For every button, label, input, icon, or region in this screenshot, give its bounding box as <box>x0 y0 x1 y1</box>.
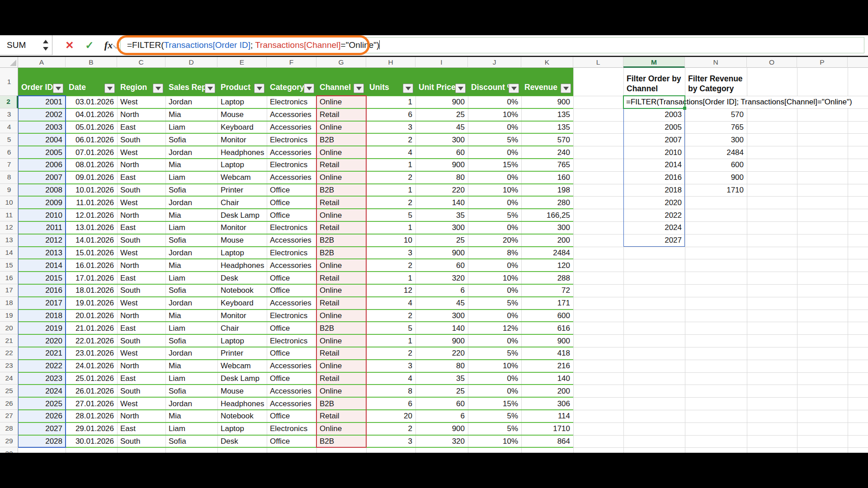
cell[interactable]: 200 <box>521 385 573 397</box>
cell[interactable]: Accessories <box>267 297 316 310</box>
cell[interactable]: 140 <box>415 196 468 209</box>
cell[interactable]: 2014 <box>18 259 66 272</box>
row-header-14[interactable]: 14 <box>0 247 18 259</box>
filter-dropdown-icon[interactable] <box>104 84 115 93</box>
spinner-up-icon[interactable] <box>43 40 48 43</box>
filter-dropdown-icon[interactable] <box>304 84 314 93</box>
cell[interactable]: 2020 <box>18 334 66 347</box>
cell[interactable]: West <box>117 397 165 410</box>
cell[interactable]: 3 <box>366 121 415 134</box>
cell[interactable]: Sofia <box>165 234 217 247</box>
table-header-cell-revenue[interactable]: Revenue <box>521 68 573 96</box>
cell[interactable]: 280 <box>521 196 573 209</box>
row-header-18[interactable]: 18 <box>0 297 18 310</box>
cell[interactable]: South <box>117 284 165 297</box>
cell[interactable]: 6 <box>366 108 415 121</box>
cell[interactable]: North <box>117 209 165 221</box>
cell[interactable]: 300 <box>415 310 468 322</box>
table-header-cell-product[interactable]: Product <box>217 68 267 96</box>
cell[interactable]: 2011 <box>18 221 66 234</box>
cell[interactable]: Laptop <box>217 334 267 347</box>
cell[interactable]: Keyboard <box>217 121 267 134</box>
cell[interactable]: 5% <box>468 209 521 221</box>
cell[interactable]: Mia <box>165 108 217 121</box>
filter-dropdown-icon[interactable] <box>354 84 364 93</box>
cell[interactable]: 10% <box>468 184 521 197</box>
cell[interactable]: South <box>117 385 165 397</box>
cell[interactable]: 0% <box>468 171 521 184</box>
cell[interactable]: North <box>117 310 165 322</box>
filter-dropdown-icon[interactable] <box>153 84 163 93</box>
cell[interactable]: Accessories <box>267 121 316 134</box>
cell[interactable]: Printer <box>217 347 267 360</box>
table-header-cell-units[interactable]: Units <box>366 68 415 96</box>
cell[interactable]: 5% <box>468 422 521 435</box>
cell[interactable]: Desk <box>217 272 267 284</box>
cell[interactable]: 2028 <box>18 435 66 448</box>
cell[interactable]: 25 <box>415 385 468 397</box>
cell[interactable]: 114 <box>521 410 573 422</box>
cell[interactable]: 06.01.2026 <box>66 133 117 146</box>
cell[interactable]: 0% <box>468 259 521 272</box>
filter-dropdown-icon[interactable] <box>561 84 571 93</box>
cell[interactable]: 140 <box>415 322 468 334</box>
cell[interactable]: 29.01.2026 <box>66 422 117 435</box>
cell[interactable]: Accessories <box>267 360 316 372</box>
cell[interactable]: Electronics <box>267 221 316 234</box>
cell[interactable]: 864 <box>521 435 573 448</box>
column-header-I[interactable]: I <box>415 57 468 68</box>
cell[interactable]: 45 <box>415 297 468 310</box>
cell[interactable]: B2B <box>316 247 366 259</box>
cell[interactable]: B2B <box>316 435 366 448</box>
cell[interactable]: B2B <box>316 133 366 146</box>
cell[interactable]: 0% <box>468 284 521 297</box>
cell[interactable]: Liam <box>165 121 217 134</box>
cell[interactable]: Electronics <box>267 96 316 108</box>
row-header-26[interactable]: 26 <box>0 397 18 410</box>
cell[interactable]: Online <box>316 422 366 435</box>
cell[interactable]: 1 <box>366 184 415 197</box>
cell[interactable]: 25.01.2026 <box>66 372 117 385</box>
cell[interactable]: 0% <box>468 385 521 397</box>
cell[interactable]: Jordan <box>165 96 217 108</box>
name-box-spinner[interactable] <box>42 39 48 52</box>
cell[interactable]: 13.01.2026 <box>66 221 117 234</box>
cell[interactable]: 26.01.2026 <box>66 385 117 397</box>
worksheet-grid[interactable]: Order IDDateRegionSales RepProductCatego… <box>0 57 868 453</box>
cell[interactable]: Accessories <box>267 234 316 247</box>
spill-cell[interactable]: 2020 <box>623 196 685 209</box>
cell[interactable]: 2025 <box>18 397 66 410</box>
column-header-D[interactable]: D <box>165 57 217 68</box>
cell[interactable]: West <box>117 297 165 310</box>
column-header-G[interactable]: G <box>316 57 366 68</box>
cell[interactable]: 17.01.2026 <box>66 272 117 284</box>
row-header-21[interactable]: 21 <box>0 334 18 347</box>
cell[interactable]: 2013 <box>18 247 66 259</box>
cell[interactable]: West <box>117 146 165 159</box>
cell[interactable]: 171 <box>521 297 573 310</box>
column-header-P[interactable]: P <box>797 57 848 68</box>
cell[interactable]: 2005 <box>18 146 66 159</box>
table-header-cell-sales-rep[interactable]: Sales Rep <box>165 68 217 96</box>
cell[interactable]: East <box>117 372 165 385</box>
column-header-H[interactable]: H <box>366 57 415 68</box>
cell[interactable]: Headphones <box>217 146 267 159</box>
cell[interactable]: Liam <box>165 322 217 334</box>
cell[interactable]: 10% <box>468 272 521 284</box>
spill-cell[interactable]: 2007 <box>623 133 685 146</box>
cell[interactable]: 2004 <box>18 133 66 146</box>
cell[interactable]: 2007 <box>18 171 66 184</box>
cell[interactable]: Mia <box>165 259 217 272</box>
cell[interactable]: Mouse <box>217 385 267 397</box>
cell[interactable]: East <box>117 171 165 184</box>
cell[interactable]: 22.01.2026 <box>66 334 117 347</box>
row-header-2[interactable]: 2 <box>0 96 18 108</box>
cell[interactable]: 3 <box>366 247 415 259</box>
spill-cell[interactable]: 2005 <box>623 121 685 134</box>
cell[interactable]: 60 <box>415 146 468 159</box>
spill-cell[interactable]: 2027 <box>623 234 685 247</box>
cell[interactable]: Liam <box>165 171 217 184</box>
cell[interactable]: Sofia <box>165 334 217 347</box>
cell[interactable]: Electronics <box>267 422 316 435</box>
table-header-cell-order-id[interactable]: Order ID <box>18 68 66 96</box>
